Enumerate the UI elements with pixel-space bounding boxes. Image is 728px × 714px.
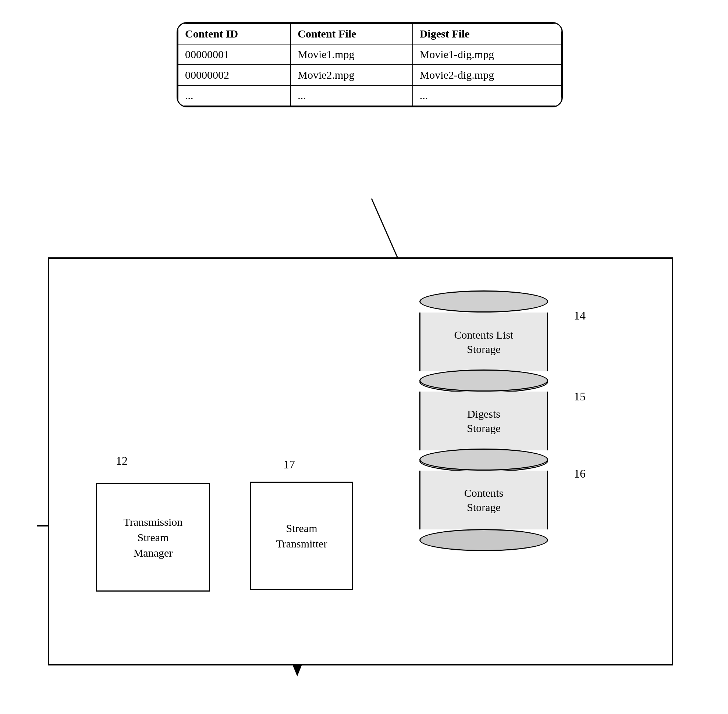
ref-12: 12 xyxy=(116,454,128,468)
contents-list-storage-label: Contents ListStorage xyxy=(451,328,517,356)
stream-transmitter-label: StreamTransmitter xyxy=(276,520,327,552)
ref-15: 15 xyxy=(574,390,586,404)
cell-file-dots: ... xyxy=(290,85,412,106)
cylinder-body-14: Contents ListStorage xyxy=(420,312,548,371)
cell-digest-2: Movie2-dig.mpg xyxy=(413,65,561,85)
cylinder-body-15: DigestsStorage xyxy=(420,392,548,450)
cell-digest-1: Movie1-dig.mpg xyxy=(413,44,561,65)
cell-id-dots: ... xyxy=(178,85,290,106)
callout-bubble: Content ID Content File Digest File 0000… xyxy=(177,22,563,107)
cylinder-body-16: ContentsStorage xyxy=(420,471,548,530)
header-digest-file: Digest File xyxy=(413,24,561,44)
cell-file-2: Movie2.mpg xyxy=(290,65,412,85)
cylinder-top-16 xyxy=(420,448,548,471)
table-row: 00000001 Movie1.mpg Movie1-dig.mpg xyxy=(178,44,561,65)
cylinder-bottom-16 xyxy=(420,529,548,551)
contents-storage-cylinder: ContentsStorage xyxy=(420,448,548,551)
cell-id-2: 00000002 xyxy=(178,65,290,85)
header-content-file: Content File xyxy=(290,24,412,44)
ref-14: 14 xyxy=(574,309,586,322)
table-row: ... ... ... xyxy=(178,85,561,106)
ref-16: 16 xyxy=(574,467,586,480)
contents-storage-label: ContentsStorage xyxy=(460,486,507,514)
cylinder-top-15 xyxy=(420,369,548,392)
callout-table-container: Content ID Content File Digest File 0000… xyxy=(177,22,563,107)
cell-digest-dots: ... xyxy=(413,85,561,106)
header-content-id: Content ID xyxy=(178,24,290,44)
cell-id-1: 00000001 xyxy=(178,44,290,65)
transmission-stream-manager-box: TransmissionStreamManager xyxy=(96,483,210,592)
table-row: 00000002 Movie2.mpg Movie2-dig.mpg xyxy=(178,65,561,85)
stream-transmitter-box: StreamTransmitter xyxy=(250,482,353,590)
transmission-stream-manager-label: TransmissionStreamManager xyxy=(123,514,183,561)
cell-file-1: Movie1.mpg xyxy=(290,44,412,65)
svg-marker-11 xyxy=(293,666,302,676)
content-table: Content ID Content File Digest File 0000… xyxy=(177,23,562,106)
digests-storage-label: DigestsStorage xyxy=(463,406,504,435)
cylinder-top-14 xyxy=(420,291,548,312)
ref-17: 17 xyxy=(283,458,295,471)
